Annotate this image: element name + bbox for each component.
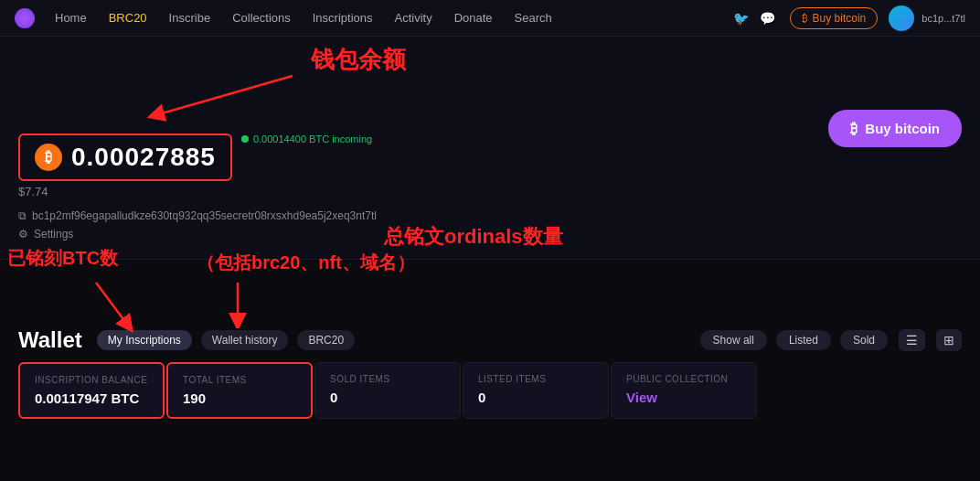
list-view-button[interactable]: ☰ — [899, 329, 925, 351]
nav-donate[interactable]: Donate — [445, 7, 502, 28]
copy-icon[interactable]: ⧉ — [18, 209, 27, 222]
nav-inscriptions[interactable]: Inscriptions — [304, 7, 382, 28]
filter-show-all[interactable]: Show all — [700, 330, 767, 350]
nav-buy-bitcoin-button[interactable]: ₿ Buy bitcoin — [790, 7, 879, 29]
public-collection-label: PUBLIC COLLECTION — [626, 374, 741, 384]
public-collection-value[interactable]: View — [626, 390, 741, 405]
listed-items-label: LISTED ITEMS — [478, 374, 593, 384]
annotation-ordinals-count: 总铭文ordinals数量 — [384, 223, 563, 251]
grid-view-button[interactable]: ⊞ — [936, 329, 962, 351]
btc-icon-circle: ₿ — [35, 144, 62, 171]
annotation-paren: （包括brc20、nft、域名） — [197, 251, 415, 275]
settings-icon: ⚙ — [18, 228, 28, 240]
balance-amount: 0.00027885 — [71, 143, 216, 172]
total-items-label: TOTAL ITEMS — [183, 375, 296, 385]
buy-bitcoin-main-label: Buy bitcoin — [865, 121, 940, 136]
btc-icon: ₿ — [802, 12, 808, 25]
inscription-balance-value: 0.00117947 BTC — [35, 390, 148, 406]
nav-brc20[interactable]: BRC20 — [100, 7, 156, 28]
filter-sold[interactable]: Sold — [840, 330, 888, 350]
sold-items-label: SOLD ITEMS — [330, 374, 445, 384]
navigation: Home BRC20 Inscribe Collections Inscript… — [0, 0, 980, 37]
wallet-avatar[interactable] — [889, 5, 914, 31]
stat-sold-items: SOLD ITEMS 0 — [314, 362, 461, 419]
nav-inscribe[interactable]: Inscribe — [160, 7, 220, 28]
buy-bitcoin-main-button[interactable]: ₿ Buy bitcoin — [828, 110, 962, 147]
tab-wallet-history[interactable]: Wallet history — [201, 330, 289, 350]
nav-home[interactable]: Home — [46, 7, 96, 28]
nav-activity[interactable]: Activity — [385, 7, 441, 28]
bottom-section: 总铭文ordinals数量 已铭刻BTC数 （包括brc20、nft、域名） W… — [0, 259, 980, 433]
stat-public-collection: PUBLIC COLLECTION View — [611, 362, 757, 419]
inscription-balance-label: INSCRIPTION BALANCE — [35, 375, 148, 385]
stat-total-items: TOTAL ITEMS 190 — [166, 362, 313, 419]
nav-search[interactable]: Search — [506, 7, 561, 28]
balance-box: ₿ 0.00027885 — [18, 134, 232, 181]
sold-items-value: 0 — [330, 390, 445, 405]
svg-line-3 — [96, 283, 128, 326]
annotation-inscribed-btc: 已铭刻BTC数 — [7, 246, 118, 271]
total-items-value: 190 — [183, 390, 296, 406]
svg-line-1 — [155, 76, 293, 115]
site-logo[interactable] — [15, 8, 35, 28]
incoming-text: 0.00014400 BTC incoming — [253, 134, 372, 144]
stat-inscription-balance: INSCRIPTION BALANCE 0.00117947 BTC — [18, 362, 165, 419]
tab-brc20[interactable]: BRC20 — [297, 330, 355, 350]
buy-btc-icon: ₿ — [850, 121, 858, 136]
filter-listed[interactable]: Listed — [776, 330, 831, 350]
stat-listed-items: LISTED ITEMS 0 — [463, 362, 609, 419]
nav-buy-bitcoin-label: Buy bitcoin — [813, 12, 867, 25]
nav-collections[interactable]: Collections — [223, 7, 300, 28]
arrow-total-items — [229, 278, 302, 328]
arrow-inscription-balance — [78, 278, 187, 333]
wallet-title: Wallet — [18, 327, 82, 353]
wallet-address: bc1p2mf96egapalludkze630tq932qq35secretr… — [32, 209, 377, 222]
usd-value: $7.74 — [18, 185, 962, 198]
incoming-dot — [241, 135, 249, 143]
annotation-wallet-balance: 钱包余额 — [311, 46, 406, 73]
discord-icon[interactable]: 💬 — [760, 11, 775, 26]
wallet-short-address[interactable]: bc1p...t7tl — [921, 13, 965, 24]
stats-row: INSCRIPTION BALANCE 0.00117947 BTC TOTAL… — [0, 362, 980, 433]
incoming-badge: 0.00014400 BTC incoming — [241, 134, 372, 144]
settings-label: Settings — [34, 228, 73, 240]
wallet-address-row: ⧉ bc1p2mf96egapalludkze630tq932qq35secre… — [18, 209, 962, 222]
listed-items-value: 0 — [478, 390, 593, 405]
twitter-icon[interactable]: 🐦 — [733, 11, 749, 26]
annotation-arrow-balance — [128, 71, 311, 122]
tab-my-inscriptions[interactable]: My Inscriptions — [97, 330, 192, 350]
